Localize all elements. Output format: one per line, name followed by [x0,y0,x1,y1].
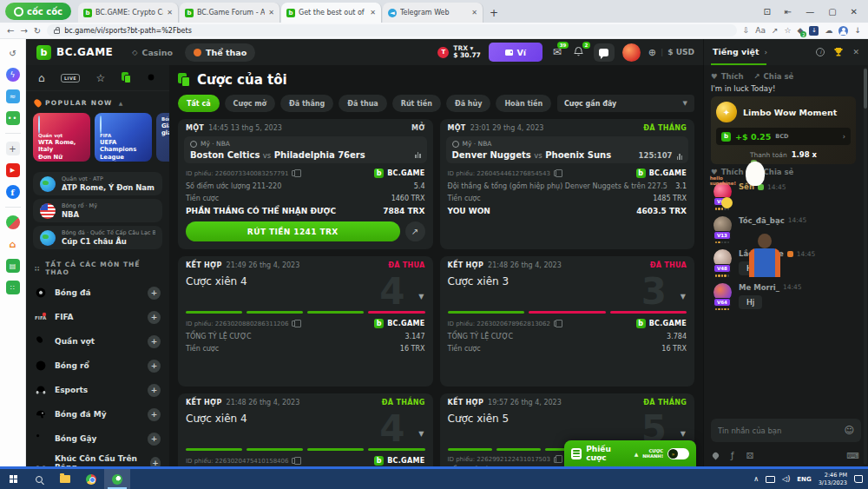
username[interactable]: Me Morri_ [739,283,779,292]
chat-text-field[interactable] [718,426,845,435]
chat-scrollbar[interactable] [864,67,867,465]
filter-refund[interactable]: Hoàn tiền [496,95,551,112]
filter-won[interactable]: Đã thắng [280,95,333,112]
maximize-button[interactable]: ▢ [828,7,836,17]
win-amount-row[interactable]: b +$ 0.25 BCD › [716,128,851,145]
filter-cancelled[interactable]: Đã hủy [446,95,491,112]
youtube-icon[interactable]: ▶ [6,163,20,177]
share-bet-button[interactable]: ↗ [405,221,425,241]
action-center-icon[interactable] [854,475,863,483]
start-button[interactable] [0,469,26,489]
expand-caret-icon[interactable]: ▼ [681,293,686,301]
expand-plus-icon[interactable]: + [148,433,161,446]
green-app-icon[interactable]: ▤ [6,259,20,273]
tab-sports[interactable]: bGet the best out of sports be✕ [281,3,382,23]
sort-dropdown[interactable]: Cược gần đây▼ [557,95,694,112]
promo-card-wta[interactable]: Quần vợt WTA Rome, ItalyĐơn Nữ [33,113,90,162]
bookmark-star-icon[interactable]: ☆ [784,26,791,35]
gift-app-icon[interactable]: ∷ [6,281,20,294]
sidebar-item-fifa[interactable]: FIFA FIFA+ [26,305,169,329]
file-explorer-icon[interactable] [52,469,78,489]
bell-icon[interactable]: 2 [572,46,586,59]
copy-icon[interactable] [554,170,559,176]
tab-close-icon[interactable]: ✕ [471,9,477,17]
back-icon[interactable]: ← [7,26,14,36]
sidebar-item-tennis[interactable]: Quần vợt+ [26,329,169,354]
emoji-icon[interactable]: ☺ [845,425,854,436]
forward-icon[interactable]: → [20,26,27,36]
dice-icon[interactable]: ⚄ [746,451,754,460]
minimize-button[interactable]: — [806,7,814,17]
adblock-shield-icon[interactable]: ◆2 [798,26,804,35]
profile-avatar-icon[interactable] [838,26,848,36]
facebook-icon[interactable]: f [6,185,20,199]
popular-now-header[interactable]: POPULAR NOW ▲ [26,91,169,111]
new-tab-button[interactable]: + [490,7,498,19]
close-chat-icon[interactable]: ✕ [852,48,859,56]
taskbar-search-icon[interactable] [26,469,52,489]
chat-input[interactable]: ☺ [711,419,861,442]
cashout-button[interactable]: RÚT TIỀN 1241 TRX [186,221,400,241]
tab-close-icon[interactable]: ✕ [370,9,376,17]
download-manager-icon[interactable]: ↓ [809,26,819,36]
nav-casino[interactable]: ◇Casino [132,48,173,57]
bcgame-logo[interactable]: b BC.GAME [26,45,113,60]
trophy-icon[interactable] [833,47,844,57]
info-icon[interactable]: i [816,48,825,56]
tab-telegram[interactable]: ◄Telegram Web✕ [383,3,483,23]
expand-caret-icon[interactable]: ▼ [681,430,686,438]
tab-close-icon[interactable]: ✕ [167,9,173,17]
filter-cashout[interactable]: Rút tiền [392,95,441,112]
tab-forum[interactable]: bBC.Game Forum - A Cryptoc✕ [180,3,280,23]
currency-selector[interactable]: T TRX ▾ $ 30.77 [437,45,481,60]
close-window-button[interactable]: ✕ [851,7,858,17]
quick-bet-toggle[interactable]: » [667,448,689,459]
games-icon[interactable]: •• [6,111,20,125]
expand-plus-icon[interactable]: + [148,287,161,300]
user-avatar[interactable] [622,43,641,62]
scrollbar-thumb[interactable] [864,69,867,109]
reload-icon[interactable]: ↻ [34,26,41,36]
live-icon[interactable]: LIVE [61,74,80,83]
pip-icon[interactable]: ⊡ [763,7,770,17]
messenger-icon[interactable]: ϟ [6,68,20,82]
coccoc-news-icon[interactable]: ≈ [6,89,20,103]
favorites-star-icon[interactable]: ☆ [96,72,106,84]
like-button[interactable]: ♥ Thích [711,72,743,81]
expand-plus-icon[interactable]: + [148,408,161,421]
copy-icon[interactable] [554,457,559,463]
rules-icon[interactable]: ƒ [731,451,734,460]
sports-shortcut-icon[interactable] [6,215,20,229]
clock[interactable]: 2:46 PM3/13/2023 [819,472,847,486]
filter-open[interactable]: Cược mở [225,95,275,112]
stats-icon[interactable] [415,152,421,158]
chat-toggle-icon[interactable] [594,43,615,62]
inbox-icon[interactable]: ✉39 [550,46,564,58]
language-indicator[interactable]: ENG [797,476,811,483]
promo-card-league[interactable]: Bóng Giải vgia [156,113,169,162]
quick-link-atp[interactable]: Quần vợt · ATPATP Rome, Ý Đơn Nam [33,172,162,195]
history-icon[interactable]: ↺ [6,46,20,60]
cloud-icon[interactable]: ☁ [825,26,832,35]
sidebar-item-soccer[interactable]: Bóng đá+ [26,281,169,305]
expand-plus-icon[interactable]: + [148,384,161,397]
back-ext-icon[interactable]: ⇤ [785,7,792,17]
address-bar[interactable]: bc.game/vi/sports?bt-path=%2Fbets [47,24,737,36]
username[interactable]: Tóc_đã_bạc [739,216,785,225]
coccoc-logo[interactable]: cốc cốc [5,3,71,20]
quick-link-ucl[interactable]: Bóng đá · Quốc Tế Cấp Câu Lạc BộCúp C1 c… [33,226,162,249]
expand-plus-icon[interactable]: + [150,457,161,467]
expand-caret-icon[interactable]: ▼ [418,293,424,301]
win-share-card[interactable]: ✦ Limbo Wow Moment b +$ 0.25 BCD › Thanh… [711,96,856,164]
promo-card-uefa[interactable]: FIFA UEFA ChampionsLeague Semi-... [95,113,152,162]
keyboard-icon[interactable]: ⌨ [847,451,859,460]
nav-sports[interactable]: Thể thao [185,43,255,62]
wallet-button[interactable]: Ví [489,43,542,62]
match-box[interactable]: Mỹ · NBA Boston Celtics vs Philadelphia … [184,136,427,163]
save-page-icon[interactable]: ⇩ [743,26,750,35]
match-box[interactable]: Mỹ · NBA Denver Nuggets vs Phoenix Suns … [446,136,689,163]
stats-icon[interactable] [677,154,683,160]
add-shortcut-icon[interactable]: + [6,142,20,155]
sidebar-item-ice-hockey[interactable]: Khúc Côn Cầu Trên Băng+ [26,451,169,466]
chat-language-tab[interactable]: Tiếng việt [713,47,759,58]
